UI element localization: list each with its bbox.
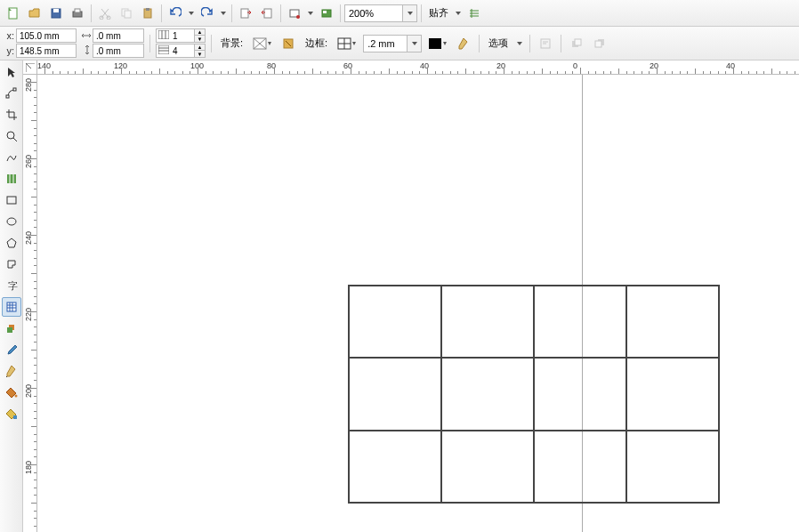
crop-tool[interactable]: [2, 105, 21, 125]
border-label: 边框:: [302, 36, 331, 50]
separator: [231, 4, 232, 22]
rectangle-tool[interactable]: [2, 190, 21, 210]
zoom-dropdown-icon[interactable]: [402, 5, 416, 21]
svg-rect-19: [254, 38, 266, 49]
table-cell[interactable]: [349, 286, 441, 358]
snap-dropdown[interactable]: [454, 4, 463, 23]
polygon-tool[interactable]: [2, 233, 21, 253]
table-cell[interactable]: [441, 358, 534, 430]
horizontal-ruler[interactable]: 1401201008060402002040: [37, 60, 799, 75]
rows-spinner[interactable]: ▲▼: [156, 44, 206, 58]
print-button[interactable]: [68, 4, 87, 23]
redo-dropdown[interactable]: [219, 4, 228, 23]
table-cell[interactable]: [534, 286, 626, 358]
undo-dropdown[interactable]: [187, 4, 196, 23]
new-button[interactable]: [4, 4, 23, 23]
ruler-number: 240: [24, 231, 33, 245]
separator: [149, 35, 150, 52]
svg-rect-10: [146, 8, 149, 11]
ellipse-tool[interactable]: [2, 212, 21, 231]
eyedropper-tool[interactable]: [2, 340, 21, 359]
shape-tool[interactable]: [2, 84, 21, 103]
to-back-button[interactable]: [590, 34, 609, 53]
app-launch-button[interactable]: [285, 4, 304, 23]
interactive-fill-tool[interactable]: [2, 404, 21, 423]
wrap-text-button[interactable]: [536, 34, 555, 53]
svg-rect-28: [6, 95, 9, 98]
border-width-dropdown-icon[interactable]: [407, 36, 421, 52]
svg-rect-26: [598, 39, 604, 45]
vertical-ruler[interactable]: 280260240220200180160: [23, 75, 37, 532]
zoom-tool[interactable]: [2, 126, 21, 146]
to-front-button[interactable]: [567, 34, 586, 53]
options-label: 选项: [485, 36, 512, 50]
text-tool[interactable]: 字: [2, 276, 21, 295]
height-input[interactable]: [93, 44, 144, 58]
table-cell[interactable]: [441, 431, 534, 503]
x-input[interactable]: [16, 28, 77, 43]
table-cell[interactable]: [349, 358, 441, 430]
table-cell[interactable]: [626, 358, 719, 430]
table-cell[interactable]: [626, 431, 719, 503]
svg-rect-7: [122, 9, 128, 16]
y-label: y:: [4, 45, 14, 56]
svg-rect-22: [429, 38, 441, 49]
cols-spinner[interactable]: ▲▼: [156, 28, 206, 43]
cut-button[interactable]: [95, 4, 115, 23]
border-width-input[interactable]: [364, 38, 407, 49]
outline-pen-button[interactable]: [454, 34, 473, 53]
export-button[interactable]: [257, 4, 277, 23]
options-dropdown[interactable]: [515, 34, 524, 53]
svg-rect-29: [13, 88, 16, 91]
app-launch-dropdown[interactable]: [306, 4, 315, 23]
undo-button[interactable]: [165, 4, 185, 23]
width-input[interactable]: [93, 28, 144, 43]
save-button[interactable]: [46, 4, 66, 23]
y-input[interactable]: [16, 44, 77, 58]
border-width-combo[interactable]: [363, 35, 422, 52]
canvas[interactable]: [37, 75, 799, 532]
table-tool[interactable]: [2, 297, 21, 317]
zoom-combo[interactable]: [344, 4, 417, 22]
border-select-button[interactable]: [335, 34, 359, 53]
welcome-button[interactable]: [317, 4, 336, 23]
table-object[interactable]: [348, 285, 720, 504]
dimension-tool[interactable]: [2, 318, 21, 338]
rows-input[interactable]: [171, 46, 194, 56]
svg-rect-16: [323, 11, 327, 13]
separator: [561, 35, 561, 52]
fill-tool[interactable]: [2, 383, 21, 402]
copy-button[interactable]: [117, 4, 136, 23]
ruler-number: 260: [24, 155, 33, 168]
svg-rect-23: [541, 39, 550, 48]
table-cell[interactable]: [534, 358, 626, 430]
smart-fill-tool[interactable]: [2, 169, 21, 189]
import-button[interactable]: [236, 4, 255, 23]
table-cell[interactable]: [441, 286, 534, 358]
outline-tool[interactable]: [2, 361, 21, 381]
basic-shapes-tool[interactable]: [2, 254, 21, 274]
paste-button[interactable]: [138, 4, 157, 23]
freehand-tool[interactable]: [2, 148, 21, 167]
zoom-input[interactable]: [345, 8, 402, 19]
cols-spin-buttons[interactable]: ▲▼: [194, 29, 205, 42]
rows-spin-buttons[interactable]: ▲▼: [194, 44, 205, 57]
svg-rect-2: [53, 9, 59, 12]
ruler-origin[interactable]: [23, 60, 37, 75]
border-color-button[interactable]: [425, 34, 450, 53]
table-cell[interactable]: [626, 286, 719, 358]
separator: [529, 35, 530, 52]
svg-rect-39: [13, 415, 17, 419]
redo-button[interactable]: [198, 4, 217, 23]
background-fill-button[interactable]: [250, 34, 275, 53]
edit-fill-button[interactable]: [278, 34, 298, 53]
options-button[interactable]: [464, 4, 484, 23]
table-cell[interactable]: [534, 431, 626, 503]
open-button[interactable]: [25, 4, 44, 23]
pick-tool[interactable]: [2, 62, 21, 82]
svg-point-6: [107, 16, 110, 20]
svg-rect-0: [9, 8, 17, 19]
position-group: x: y:: [4, 28, 77, 58]
table-cell[interactable]: [349, 431, 441, 503]
cols-input[interactable]: [171, 31, 194, 41]
